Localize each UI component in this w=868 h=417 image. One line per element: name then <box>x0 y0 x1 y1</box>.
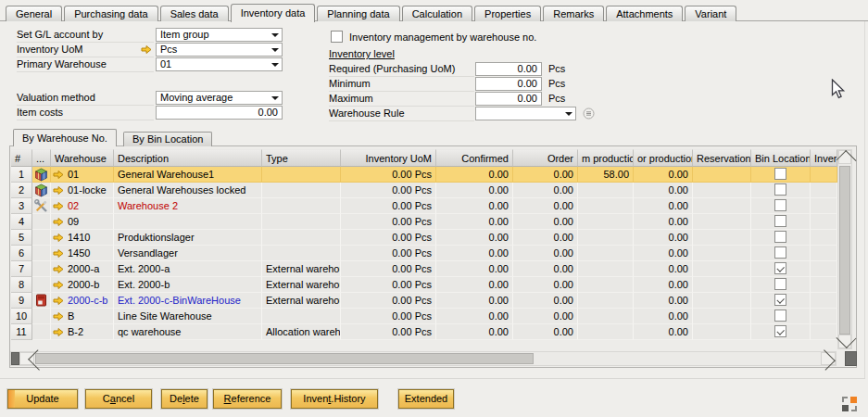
subtab-by-warehouse-no[interactable]: By Warehouse No. <box>13 129 117 146</box>
column-header-icon[interactable]: # <box>11 149 32 167</box>
column-header-type[interactable]: Type <box>262 149 341 167</box>
table-row-warehouse-b[interactable]: 10BLine Site Warehouse0.00 Pcs0.000.000.… <box>11 309 837 324</box>
cell-bin[interactable] <box>751 167 811 183</box>
table-row-warehouse-2000-a[interactable]: 72000-aExt. 2000-aExternal warehous0.00 … <box>11 261 837 277</box>
bin-location-checkbox[interactable] <box>774 183 786 196</box>
scrollbar-split-handle-right[interactable] <box>845 351 857 366</box>
tab-properties[interactable]: Properties <box>474 6 541 21</box>
bin-location-checkbox[interactable] <box>774 294 786 306</box>
warehouse-code[interactable]: 1450 <box>68 246 90 260</box>
column-header-order[interactable]: Order <box>513 149 578 167</box>
cell-bin[interactable] <box>751 214 811 230</box>
column-header-inventory-uom[interactable]: Inventory UoM <box>341 149 436 167</box>
table-row-warehouse-01-locke[interactable]: 201-lockeGeneral Warehouses locked0.00 P… <box>11 183 837 198</box>
table-row-warehouse-09[interactable]: 4090.00 Pcs0.000.000.00 <box>11 214 837 230</box>
bin-location-checkbox[interactable] <box>774 168 786 180</box>
bin-location-checkbox[interactable] <box>774 278 786 290</box>
list-circle-icon <box>583 107 595 120</box>
field-inventory-uom[interactable]: Pcs <box>156 43 283 57</box>
tab-planning-data[interactable]: Planning data <box>317 6 399 21</box>
table-row-warehouse-1450[interactable]: 61450Versandlager0.00 Pcs0.000.000.00 <box>11 246 837 261</box>
cancel-button[interactable]: Cancel <box>85 389 152 409</box>
field-item-costs[interactable]: 0.00 <box>156 106 283 120</box>
subtab-by-bin-location[interactable]: By Bin Location <box>123 132 212 146</box>
cell-bin[interactable] <box>751 230 811 246</box>
table-row-warehouse-2000-b[interactable]: 82000-bExt. 2000-bExternal warehous0.00 … <box>11 277 837 293</box>
grid-vertical-scrollbar[interactable] <box>837 149 852 349</box>
bin-location-checkbox[interactable] <box>774 215 786 227</box>
vertical-scroll-thumb[interactable] <box>839 166 850 335</box>
cell-bin[interactable] <box>751 277 811 293</box>
invent-history-button[interactable]: Invent.History <box>291 389 378 409</box>
field-minimum[interactable]: 0.00 <box>475 77 542 91</box>
field-set-g-l-account-by[interactable]: Item group <box>156 28 283 42</box>
table-row-warehouse-1410[interactable]: 51410Produktionslager0.00 Pcs0.000.000.0… <box>11 230 837 246</box>
field-valuation-method[interactable]: Moving average <box>156 91 283 105</box>
bin-location-checkbox[interactable] <box>774 262 786 274</box>
tab-calculation[interactable]: Calculation <box>402 6 472 21</box>
update-button[interactable]: Update <box>7 389 78 409</box>
table-row-warehouse-01[interactable]: 101General Warehouse10.00 Pcs0.000.0058.… <box>11 167 837 183</box>
field-primary-warehouse[interactable]: 01 <box>156 57 283 71</box>
field-warehouse-rule[interactable] <box>475 107 576 120</box>
column-header-or-production[interactable]: or production <box>634 149 693 167</box>
scrollbar-split-handle-left[interactable] <box>11 352 19 365</box>
warehouse-code[interactable]: 2000-a <box>68 261 99 276</box>
column-header-bin-location[interactable]: Bin Location <box>751 149 811 167</box>
bin-location-checkbox[interactable] <box>774 246 786 259</box>
reference-button[interactable]: Reference <box>213 389 282 409</box>
warehouse-code[interactable]: 09 <box>68 214 79 229</box>
cell-bin[interactable] <box>751 198 811 214</box>
cell-code: 01-locke <box>51 183 114 198</box>
delete-button[interactable]: Delete <box>161 389 208 409</box>
cell-bin[interactable] <box>751 183 811 198</box>
horizontal-scroll-thumb[interactable] <box>35 353 534 364</box>
bin-location-checkbox[interactable] <box>774 231 786 243</box>
sap-item-master-inventory-window: { "tabs": { "active_index": 3, "items": … <box>0 0 868 417</box>
warehouse-code[interactable]: 2000-b <box>68 277 99 292</box>
table-row-warehouse-02[interactable]: 302Warehouse 20.00 Pcs0.000.000.00 <box>11 198 837 214</box>
cell-bin[interactable] <box>751 324 811 340</box>
scroll-right-button[interactable] <box>821 352 836 365</box>
column-header-description[interactable]: Description <box>114 149 262 167</box>
tab-general[interactable]: General <box>6 6 62 21</box>
tab-sales-data[interactable]: Sales data <box>160 6 229 21</box>
bin-location-checkbox[interactable] <box>774 310 786 322</box>
scroll-left-button[interactable] <box>19 352 34 365</box>
table-row-warehouse-2000-c-b[interactable]: 92000-c-bExt. 2000-c-BinWareHouseExterna… <box>11 293 837 309</box>
tab-variant[interactable]: Variant <box>685 6 736 21</box>
table-row-warehouse-b-2[interactable]: 11B-2qc warehouseAllocation wareho0.00 P… <box>11 324 837 340</box>
column-header-reservation[interactable]: Reservation <box>693 149 751 167</box>
warehouse-code[interactable]: 2000-c-b <box>68 293 107 308</box>
column-header-confirmed[interactable]: Confirmed <box>436 149 513 167</box>
grid-horizontal-scrollbar[interactable] <box>10 351 837 366</box>
warehouse-code[interactable]: B-2 <box>68 324 83 339</box>
warehouse-code[interactable]: 1410 <box>68 230 90 245</box>
column-header-icon[interactable]: ... <box>32 149 51 167</box>
column-header-warehouse[interactable]: Warehouse <box>51 149 114 167</box>
inventory-mgmt-by-warehouse-checkbox[interactable] <box>331 31 343 43</box>
cell-bin[interactable] <box>751 293 811 309</box>
restore-window-icon[interactable] <box>841 396 858 412</box>
column-header-m-production[interactable]: m production <box>578 149 634 167</box>
scroll-up-button[interactable] <box>838 150 851 164</box>
field-required-purchasing-uom[interactable]: 0.00 <box>475 62 542 76</box>
scroll-down-button[interactable] <box>838 335 851 348</box>
tab-inventory-data[interactable]: Inventory data <box>231 4 316 22</box>
tab-attachments[interactable]: Attachments <box>606 6 683 21</box>
cell-bin[interactable] <box>751 246 811 261</box>
warehouse-code[interactable]: B <box>68 309 74 323</box>
extended-button[interactable]: Extended <box>398 389 454 409</box>
column-header-inver[interactable]: Inver <box>811 149 837 167</box>
cell-num: 4 <box>11 214 32 230</box>
tab-purchasing-data[interactable]: Purchasing data <box>64 6 158 21</box>
field-maximum[interactable]: 0.00 <box>475 92 542 106</box>
cell-bin[interactable] <box>751 261 811 277</box>
warehouse-code[interactable]: 01 <box>68 167 79 182</box>
bin-location-checkbox[interactable] <box>774 325 786 337</box>
warehouse-code[interactable]: 02 <box>68 198 79 213</box>
bin-location-checkbox[interactable] <box>774 199 786 211</box>
tab-remarks[interactable]: Remarks <box>543 6 604 21</box>
cell-bin[interactable] <box>751 309 811 324</box>
warehouse-code[interactable]: 01-locke <box>68 183 107 197</box>
